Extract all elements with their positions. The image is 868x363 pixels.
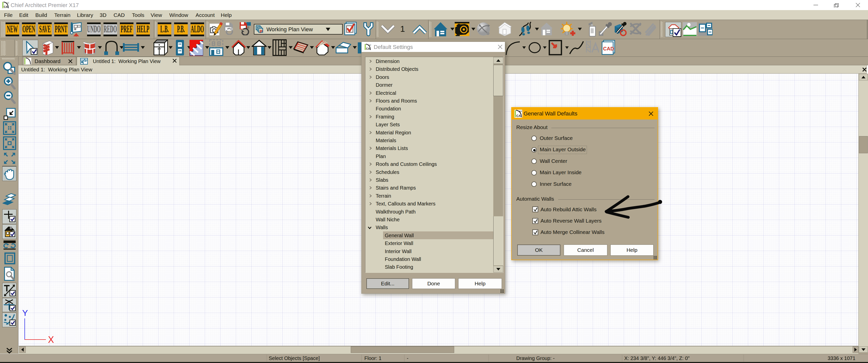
svg-text:CAD: CAD <box>603 46 614 52</box>
svg-text:P: P <box>260 29 262 34</box>
svg-text:X17: X17 <box>368 44 371 46</box>
svg-text:CA: CA <box>366 47 370 50</box>
svg-text:CA: CA <box>516 114 521 118</box>
svg-text:CA: CA <box>4 5 8 8</box>
svg-text:X17: X17 <box>6 2 9 4</box>
svg-text:X17: X17 <box>519 110 522 112</box>
